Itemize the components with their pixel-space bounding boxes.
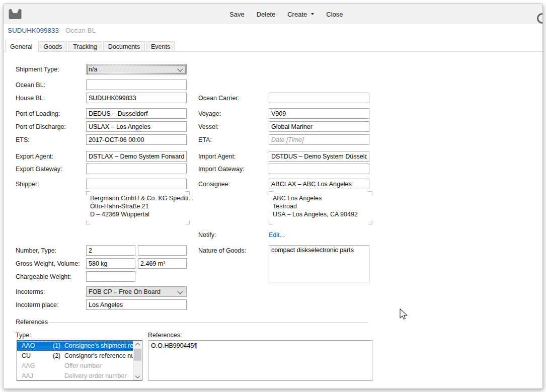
corner-mark-icon — [86, 191, 90, 195]
notify-label: Notify: — [198, 231, 216, 239]
gross-weight-volume-label: Gross Weight, Volume: — [16, 260, 80, 267]
reference-type-listbox[interactable]: AAO (1) Consignee's shipment ref... CU (… — [17, 340, 142, 381]
type-input[interactable] — [138, 245, 187, 256]
consignee-address-line: Testroad — [269, 202, 372, 210]
type-code: AAO — [22, 342, 53, 349]
incoterms-value: FOB CP – Free On Board — [89, 288, 161, 295]
import-gateway-input[interactable] — [269, 164, 369, 174]
ets-input[interactable] — [86, 134, 187, 145]
consignee-address-line: USA – Los Angeles, CA 90492 — [269, 210, 372, 218]
shipment-type-value: n/a — [89, 66, 97, 73]
pilcrow-mark: ¶ — [194, 342, 197, 349]
vessel-input[interactable] — [269, 121, 369, 132]
save-button[interactable]: Save — [226, 9, 248, 20]
import-agent-label: Import Agent: — [198, 153, 236, 160]
vessel-label: Vessel: — [198, 123, 218, 130]
close-button[interactable]: Close — [323, 9, 346, 20]
chevron-down-icon — [177, 288, 183, 294]
port-of-discharge-input[interactable] — [86, 121, 187, 132]
corner-mark-icon — [186, 191, 190, 195]
port-of-loading-label: Port of Loading: — [16, 110, 60, 117]
shipper-label: Shipper: — [16, 181, 39, 188]
scroll-down-button[interactable] — [133, 373, 142, 380]
chargeable-weight-input[interactable] — [86, 271, 135, 282]
tab-general[interactable]: General — [5, 40, 37, 52]
list-item-aaj[interactable]: AAJ Delivery order number — [17, 371, 142, 381]
eta-label: ETA: — [198, 136, 212, 143]
shipper-input[interactable] — [86, 179, 187, 189]
tab-strip: General Goods Tracking Documents Events — [5, 40, 176, 52]
gross-weight-input[interactable] — [86, 258, 135, 269]
export-gateway-input[interactable] — [86, 164, 187, 174]
type-num: (1) — [53, 342, 64, 349]
references-text: O.O.HB990445 — [151, 342, 194, 349]
scroll-down-icon — [135, 373, 140, 378]
type-desc: Delivery order number — [64, 372, 142, 379]
consignee-address-preview: ABC Los Angeles Testroad USA – Los Angel… — [269, 191, 372, 224]
inbox-icon — [9, 9, 22, 20]
ocean-bl-input[interactable] — [86, 80, 187, 90]
corner-mark-icon — [186, 220, 190, 224]
nature-of-goods-textarea[interactable]: compact diskselectronic parts — [269, 245, 369, 282]
shipper-address-line: Bergmann GmbH & Co. KG Spediti... — [86, 191, 190, 202]
incoterm-place-input[interactable] — [86, 299, 187, 310]
shipment-type-label: Shipment Type: — [16, 66, 59, 73]
notify-edit-link[interactable]: Edit... — [269, 231, 285, 239]
references-value: O.O.HB990445¶ — [148, 341, 200, 351]
dropdown-caret-icon — [311, 13, 314, 15]
ocean-carrier-input[interactable] — [269, 93, 369, 103]
number-input[interactable] — [86, 245, 135, 256]
scroll-up-icon — [135, 343, 140, 348]
consignee-input[interactable] — [269, 179, 369, 189]
chevron-down-icon — [177, 66, 183, 71]
create-button[interactable]: Create — [284, 9, 317, 20]
export-gateway-label: Export Gateway: — [16, 166, 62, 173]
tab-tracking[interactable]: Tracking — [68, 41, 102, 52]
number-type-label: Number, Type: — [16, 247, 56, 254]
eta-input[interactable] — [269, 134, 369, 145]
shipper-address-line: D – 42369 Wuppertal — [86, 210, 190, 218]
voyage-input[interactable] — [269, 108, 369, 119]
voyage-label: Voyage: — [198, 110, 221, 117]
type-code: AAG — [22, 362, 53, 369]
corner-mark-icon — [86, 220, 90, 224]
list-item-aag[interactable]: AAG Offer number — [17, 361, 142, 371]
scroll-up-button[interactable] — [133, 341, 142, 348]
tab-documents[interactable]: Documents — [103, 41, 145, 52]
incoterms-label: Incoterms: — [16, 288, 45, 295]
list-item-cu[interactable]: CU (2) Consignor's reference nu... — [17, 351, 142, 361]
delete-button[interactable]: Delete — [254, 9, 279, 20]
mouse-cursor-icon — [399, 308, 409, 321]
consignee-address-line: ABC Los Angeles — [269, 191, 372, 202]
chargeable-weight-label: Chargeable Weight: — [16, 273, 71, 280]
scrollbar-thumb[interactable] — [134, 349, 141, 361]
ocean-bl-window: Save Delete Create Close SUDUHK099833 Oc… — [3, 4, 543, 389]
doc-type: Ocean BL — [65, 27, 96, 34]
export-agent-input[interactable] — [86, 151, 187, 162]
ocean-carrier-label: Ocean Carrier: — [198, 95, 240, 102]
import-agent-input[interactable] — [269, 151, 369, 162]
corner-mark-icon — [368, 191, 372, 195]
reference-type-label: Type: — [16, 332, 31, 339]
import-gateway-label: Import Gateway: — [198, 166, 245, 173]
house-bl-input[interactable] — [86, 93, 187, 103]
port-of-loading-input[interactable] — [86, 108, 187, 119]
shipment-type-combobox[interactable]: n/a — [86, 64, 187, 74]
clipped-circle-icon — [537, 13, 543, 24]
references-section-title: References — [16, 319, 48, 326]
type-code: CU — [22, 352, 53, 359]
export-agent-label: Export Agent: — [16, 153, 53, 160]
volume-input[interactable] — [138, 258, 187, 269]
corner-mark-icon — [368, 220, 372, 224]
ocean-bl-label: Ocean BL: — [16, 82, 45, 89]
listbox-scrollbar[interactable] — [133, 341, 142, 380]
type-num: (2) — [53, 352, 64, 359]
port-of-discharge-label: Port of Discharge: — [16, 123, 66, 130]
tab-events[interactable]: Events — [146, 41, 175, 52]
type-desc: Consignee's shipment ref... — [64, 342, 142, 349]
references-textarea[interactable]: O.O.HB990445¶ — [148, 340, 372, 381]
list-item-aao[interactable]: AAO (1) Consignee's shipment ref... — [17, 341, 142, 351]
incoterms-combobox[interactable]: FOB CP – Free On Board — [86, 286, 187, 297]
corner-mark-icon — [269, 220, 273, 224]
tab-goods[interactable]: Goods — [38, 41, 67, 52]
